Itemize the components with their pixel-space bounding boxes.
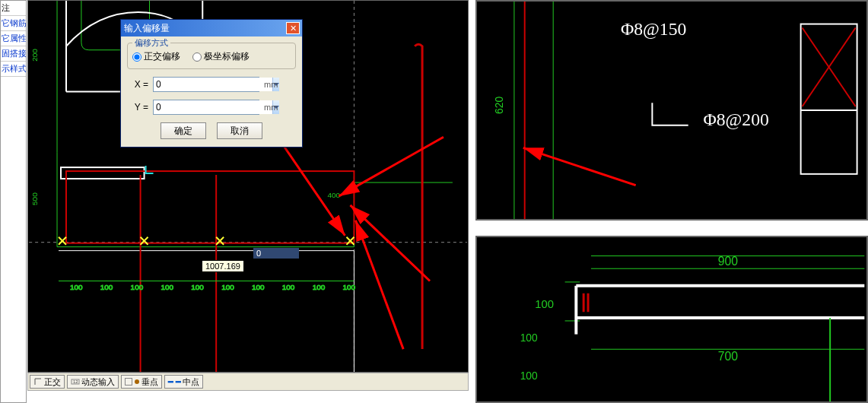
svg-text:12: 12 [73, 379, 78, 384]
svg-line-26 [350, 205, 430, 281]
svg-text:100: 100 [221, 283, 234, 291]
y-input[interactable] [154, 100, 272, 114]
svg-text:100: 100 [282, 283, 295, 291]
svg-text:100: 100 [342, 283, 355, 291]
svg-rect-8 [61, 167, 145, 179]
radio-polar[interactable]: 极坐标偏移 [192, 50, 250, 63]
close-icon: ✕ [290, 24, 297, 33]
svg-text:500: 500 [30, 192, 39, 205]
svg-text:900: 900 [718, 255, 738, 268]
group-legend: 偏移方式 [132, 37, 170, 49]
svg-text:700: 700 [718, 350, 738, 363]
offset-mode-group: 偏移方式 正交偏移 极坐标偏移 [127, 43, 296, 69]
svg-text:400: 400 [328, 191, 341, 199]
x-label: X = [127, 79, 148, 90]
offset-dialog: 输入偏移量 ✕ 偏移方式 正交偏移 极坐标偏移 X = mm Y = mm [120, 19, 303, 148]
aux-viewport-1[interactable]: 620 Φ8@150 Φ8@200 [475, 0, 868, 221]
svg-text:100: 100 [535, 298, 554, 310]
svg-text:100: 100 [70, 283, 83, 291]
svg-text:Φ8@200: Φ8@200 [703, 109, 768, 129]
svg-text:100: 100 [131, 283, 144, 291]
x-input[interactable] [154, 78, 272, 91]
svg-rect-37 [801, 24, 857, 174]
mid-icon: ━ ━ [168, 377, 181, 387]
dialog-title-text: 输入偏移量 [124, 22, 170, 35]
dynamic-coord-box: 0 [253, 248, 299, 259]
y-label: Y = [127, 102, 148, 113]
side-item[interactable]: 它钢筋 [1, 16, 26, 31]
svg-text:620: 620 [494, 97, 505, 114]
dyn-icon: 12 [71, 377, 80, 386]
svg-rect-9 [66, 171, 354, 243]
svg-line-25 [339, 137, 444, 196]
command-line[interactable] [27, 391, 469, 403]
x-unit: mm [264, 80, 278, 89]
perp-icon [125, 378, 132, 386]
close-button[interactable]: ✕ [286, 22, 300, 34]
svg-line-41 [523, 148, 636, 185]
svg-text:100: 100 [313, 283, 326, 291]
dialog-titlebar[interactable]: 输入偏移量 ✕ [121, 20, 302, 36]
side-item[interactable]: 注 [1, 1, 26, 16]
svg-text:100: 100 [191, 283, 204, 291]
radio-ortho[interactable]: 正交偏移 [132, 50, 180, 63]
side-item[interactable]: 示样式 [1, 62, 26, 77]
ortho-icon [33, 377, 43, 386]
status-bar: 正交 12动态输入 垂点 ━ ━中点 [27, 373, 469, 391]
svg-text:100: 100 [520, 370, 538, 382]
y-combo[interactable] [153, 100, 259, 115]
svg-text:100: 100 [100, 283, 113, 291]
mid-snap[interactable]: ━ ━中点 [164, 375, 203, 389]
svg-text:100: 100 [520, 332, 538, 344]
svg-text:Φ8@150: Φ8@150 [621, 19, 686, 39]
ortho-toggle[interactable]: 正交 [30, 375, 65, 389]
radio-polar-input[interactable] [192, 52, 202, 62]
side-item[interactable]: 它属性 [1, 31, 26, 46]
svg-text:100: 100 [252, 283, 265, 291]
x-combo[interactable] [153, 77, 259, 92]
perp-snap[interactable]: 垂点 [121, 375, 162, 389]
ok-button[interactable]: 确定 [161, 122, 206, 139]
svg-text:100: 100 [161, 283, 173, 291]
svg-text:200: 200 [30, 49, 39, 62]
tooltip: 1007.169 [202, 260, 244, 272]
side-panel: 注 它钢筋 它属性 固搭接 示样式 [0, 0, 27, 403]
y-unit: mm [264, 103, 278, 112]
cancel-button[interactable]: 取消 [217, 122, 262, 139]
dyn-input-toggle[interactable]: 12动态输入 [67, 375, 119, 389]
radio-ortho-input[interactable] [132, 52, 141, 62]
svg-line-27 [355, 221, 403, 349]
side-item[interactable]: 固搭接 [1, 46, 26, 62]
aux-viewport-2[interactable]: 900 100 100 100 700 [475, 236, 868, 403]
